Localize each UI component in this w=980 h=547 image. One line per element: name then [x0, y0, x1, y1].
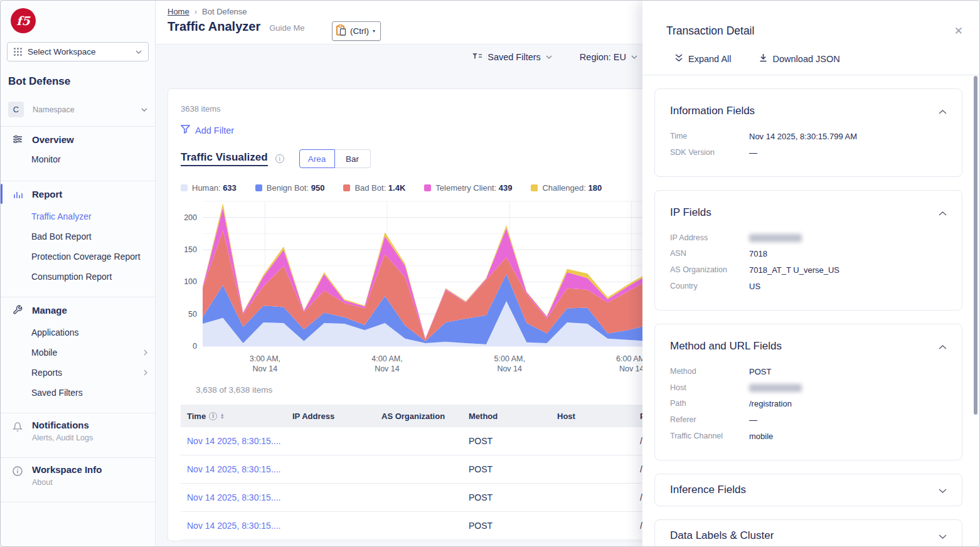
col-host[interactable]: Host: [551, 412, 634, 421]
col-time[interactable]: Time i ▲▼: [181, 412, 286, 421]
sort-icon[interactable]: ▲▼: [220, 413, 224, 419]
workspace-selector-label: Select Workspace: [28, 47, 130, 56]
sidebar-item-label: Bad Bot Report: [31, 231, 92, 242]
svg-text:Nov 14: Nov 14: [253, 364, 278, 373]
panel-actions: Expand All Download JSON: [675, 53, 840, 64]
field-value: —: [749, 415, 757, 425]
section-header[interactable]: Inference Fields: [670, 474, 947, 506]
section-header[interactable]: Data Labels & Cluster: [670, 520, 947, 546]
sidebar-item-consumption-report[interactable]: Consumption Report: [1, 267, 155, 287]
saved-filters-label: Saved Filters: [487, 52, 541, 62]
transaction-time-link[interactable]: Nov 14 2025, 8:30:15....: [187, 464, 280, 474]
field-value: POST: [749, 367, 771, 376]
sidebar-item-manage[interactable]: Manage: [1, 297, 155, 322]
sidebar-item-label: Workspace Info: [32, 464, 102, 475]
field-row: Referer—: [670, 415, 947, 425]
sidebar-item-notifications[interactable]: NotificationsAlerts, Audit Logs: [1, 413, 155, 449]
chevron-up-icon[interactable]: [939, 105, 947, 117]
section-header[interactable]: IP Fields: [670, 191, 947, 224]
sidebar-item-applications[interactable]: Applications: [1, 322, 155, 343]
namespace-selector[interactable]: C Namespace: [8, 102, 147, 117]
section-rows: TimeNov 14 2025, 8:30:15.799 AMSDK Versi…: [670, 122, 947, 176]
chevron-right-icon: [144, 349, 147, 356]
traffic-visualized-title[interactable]: Traffic Visualized: [181, 151, 268, 166]
field-row: ASN7018: [670, 249, 947, 258]
area-view-button[interactable]: Area: [299, 149, 335, 168]
cell-time[interactable]: Nov 14 2025, 8:30:15....: [181, 492, 286, 502]
panel-section-data-labels-cluster: Data Labels & Cluster: [654, 519, 962, 546]
legend-swatch: [343, 184, 350, 191]
blurred-value: [749, 384, 802, 392]
section-header[interactable]: Information Fields: [670, 89, 947, 122]
download-json-button[interactable]: Download JSON: [759, 53, 840, 64]
sidebar-item-workspace-info[interactable]: Workspace InfoAbout: [1, 458, 155, 493]
sidebar-item-overview[interactable]: Overview: [1, 127, 155, 152]
field-value: mobile: [749, 432, 773, 441]
svg-text:Nov 14: Nov 14: [497, 364, 522, 373]
namespace-avatar: C: [8, 102, 24, 117]
section-header[interactable]: Method and URL Fields: [670, 324, 947, 358]
legend-item-bad-bot[interactable]: Bad Bot: 1.4K: [343, 183, 405, 193]
svg-text:5:00 AM,: 5:00 AM,: [494, 354, 525, 363]
sidebar-item-protection-coverage-report[interactable]: Protection Coverage Report: [1, 247, 155, 267]
sidebar-item-traffic-analyzer[interactable]: Traffic Analyzer: [1, 206, 155, 226]
field-value: 7018: [749, 249, 767, 258]
transaction-time-link[interactable]: Nov 14 2025, 8:30:15....: [187, 492, 280, 502]
cell-method: POST: [462, 492, 551, 502]
chevron-down-icon: [141, 108, 147, 112]
legend-item-challenged[interactable]: Challenged: 180: [531, 183, 602, 193]
transaction-time-link[interactable]: Nov 14 2025, 8:30:15....: [187, 521, 280, 531]
sidebar-item-saved-filters[interactable]: Saved Filters: [1, 383, 155, 403]
paste-options-button[interactable]: (Ctrl) ▾: [332, 21, 381, 41]
col-ip-address[interactable]: IP Address: [286, 412, 375, 421]
info-circle-icon: i: [275, 154, 284, 163]
panel-scrollbar-thumb[interactable]: [974, 76, 977, 415]
cell-time[interactable]: Nov 14 2025, 8:30:15....: [181, 464, 286, 474]
legend-label: Challenged: 180: [542, 183, 602, 193]
field-label: Path: [670, 399, 749, 408]
col-method[interactable]: Method: [462, 412, 551, 421]
chevron-up-icon[interactable]: [939, 341, 947, 352]
sidebar-item-monitor[interactable]: Monitor: [1, 152, 155, 169]
sidebar-item-label: Consumption Report: [31, 272, 112, 282]
paste-button-label: (Ctrl): [350, 26, 369, 36]
legend-item-telemetry-client[interactable]: Telemetry Client: 439: [424, 183, 512, 193]
page-title: Traffic Analyzer: [168, 19, 260, 34]
field-row: IP Address: [670, 233, 947, 242]
legend-item-human[interactable]: Human: 633: [181, 183, 237, 193]
traffic-chart[interactable]: 3:00 AM,Nov 144:00 AM,Nov 145:00 AM,Nov …: [181, 195, 658, 374]
legend-item-benign-bot[interactable]: Benign Bot: 950: [255, 183, 325, 193]
cell-time[interactable]: Nov 14 2025, 8:30:15....: [181, 436, 286, 446]
saved-filters-dropdown[interactable]: Saved Filters: [472, 52, 552, 62]
svg-text:150: 150: [184, 245, 197, 254]
transaction-time-link[interactable]: Nov 14 2025, 8:30:15....: [187, 436, 280, 446]
cell-method: POST: [462, 521, 551, 531]
region-dropdown[interactable]: Region: EU: [580, 52, 637, 62]
sidebar: f5 Select Workspace Bot Defense C Namesp…: [1, 1, 156, 546]
sidebar-item-label: Saved Filters: [31, 388, 83, 398]
col-label: Time: [187, 412, 206, 421]
chevron-down-icon[interactable]: [939, 484, 947, 496]
breadcrumb-home-link[interactable]: Home: [168, 7, 189, 16]
cell-time[interactable]: Nov 14 2025, 8:30:15....: [181, 521, 286, 531]
sidebar-item-bad-bot-report[interactable]: Bad Bot Report: [1, 226, 155, 247]
close-icon[interactable]: ✕: [954, 24, 963, 38]
app-window: f5 Select Workspace Bot Defense C Namesp…: [0, 0, 980, 547]
chevron-down-icon[interactable]: [939, 530, 947, 541]
svg-text:0: 0: [193, 342, 197, 351]
expand-all-button[interactable]: Expand All: [675, 53, 732, 64]
svg-text:50: 50: [188, 310, 197, 319]
sidebar-item-report[interactable]: Report: [1, 181, 155, 206]
col-as-organization[interactable]: AS Organization: [375, 412, 462, 421]
chevron-down-icon: [631, 55, 637, 59]
panel-section-information-fields: Information FieldsTimeNov 14 2025, 8:30:…: [654, 88, 962, 177]
panel-section-method-and-url-fields: Method and URL FieldsMethodPOSTHostPath/…: [654, 324, 962, 460]
info-icon: [12, 465, 23, 477]
sidebar-item-mobile[interactable]: Mobile: [1, 343, 155, 363]
bar-view-button[interactable]: Bar: [335, 149, 371, 168]
chevron-up-icon[interactable]: [939, 207, 947, 218]
report-bar-chart-icon: [12, 188, 23, 199]
guide-me-link[interactable]: Guide Me: [269, 23, 304, 33]
sidebar-item-reports[interactable]: Reports: [1, 363, 155, 383]
workspace-selector[interactable]: Select Workspace: [7, 42, 149, 61]
